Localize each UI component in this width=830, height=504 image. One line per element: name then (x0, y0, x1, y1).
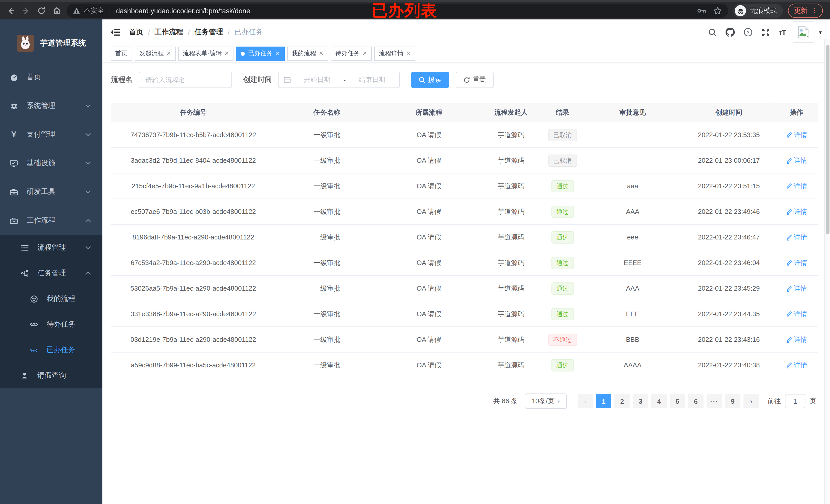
reload-icon[interactable] (37, 6, 46, 15)
cell-process: OA 请假 (378, 250, 479, 275)
cell-created: 2022-01-23 00:06:17 (683, 148, 775, 173)
detail-link[interactable]: 详情 (786, 233, 807, 242)
reset-button[interactable]: 重置 (456, 72, 493, 88)
tab-home[interactable]: 首页 (110, 46, 132, 61)
fullscreen-icon[interactable] (761, 28, 770, 37)
search-button[interactable]: 搜索 (411, 72, 449, 88)
search-icon[interactable] (708, 28, 717, 37)
chevron-up-icon (85, 271, 91, 275)
browser-chrome: 不安全 | dashboard.yudao.iocoder.cn/bpm/tas… (0, 0, 830, 20)
app-title: 芋道管理系统 (40, 38, 86, 48)
close-icon[interactable]: ✕ (319, 50, 323, 57)
goto-page-input[interactable] (785, 394, 805, 408)
detail-link[interactable]: 详情 (786, 156, 807, 165)
url-text[interactable]: dashboard.yudao.iocoder.cn/bpm/task/done (116, 7, 250, 14)
browser-update-menu-button[interactable]: 更新 ⋮ (788, 4, 823, 18)
sidebar-item-system[interactable]: 系统管理 (0, 92, 102, 120)
page-button-6[interactable]: 6 (688, 394, 704, 408)
window-scrollbar[interactable] (824, 39, 830, 504)
sidebar-item-devtools[interactable]: 研发工具 (0, 177, 102, 206)
tab-form-edit[interactable]: 流程表单-编辑✕ (178, 46, 233, 61)
detail-link[interactable]: 详情 (786, 284, 807, 293)
sidebar-item-infra[interactable]: 基础设施 (0, 149, 102, 177)
cell-created: 2022-01-22 23:45:29 (683, 276, 775, 301)
github-icon[interactable] (726, 28, 735, 37)
sidebar-item-payment[interactable]: ￥ 支付管理 (0, 120, 102, 149)
sidebar-item-leave-query[interactable]: 请假查询 (0, 363, 102, 389)
breadcrumb-task-mgmt[interactable]: 任务管理 (195, 28, 223, 37)
page-button-9[interactable]: 9 (725, 394, 740, 408)
sidebar-item-label: 任务管理 (37, 269, 66, 278)
cell-comment: AAA (582, 276, 683, 301)
sidebar-item-process-mgmt[interactable]: 流程管理 (0, 235, 102, 261)
page-button-2[interactable]: 2 (614, 394, 630, 408)
bookmark-star-icon[interactable] (713, 6, 722, 15)
chevron-down-icon (85, 104, 91, 108)
sidebar-item-done-tasks[interactable]: 已办任务 (0, 337, 102, 363)
help-icon[interactable]: ? (743, 28, 753, 37)
process-name-label: 流程名 (111, 75, 133, 85)
cell-process: OA 请假 (378, 122, 479, 147)
edit-icon (786, 234, 792, 240)
tab-todo-tasks[interactable]: 待办任务✕ (331, 46, 372, 61)
table-row: 3adac3d2-7b9d-11ec-8404-acde48001122 一级审… (111, 148, 818, 173)
table-row: 331e3388-7b9a-11ec-a290-acde48001122 一级审… (111, 301, 818, 327)
col-header-result: 结果 (543, 103, 582, 122)
back-icon[interactable] (6, 6, 15, 15)
browser-menu-dots-icon: ⋮ (811, 8, 818, 13)
chevron-down-icon (85, 190, 91, 194)
breadcrumb-workflow[interactable]: 工作流程 (155, 28, 183, 37)
sidebar-item-todo-tasks[interactable]: 待办任务 (0, 312, 102, 337)
tab-done-tasks[interactable]: 已办任务✕ (236, 46, 284, 61)
chevron-up-icon (85, 219, 91, 223)
font-size-icon[interactable]: ᴛT (779, 28, 786, 36)
detail-link-label: 详情 (794, 335, 807, 344)
hamburger-icon[interactable] (110, 28, 121, 37)
detail-link[interactable]: 详情 (786, 130, 807, 139)
detail-link[interactable]: 详情 (786, 309, 807, 318)
detail-link-label: 详情 (794, 207, 807, 216)
tab-my-process[interactable]: 我的流程✕ (287, 46, 328, 61)
app-logo-row[interactable]: 芋道管理系统 (0, 20, 102, 63)
page-button-1[interactable]: 1 (596, 394, 611, 408)
sidebar-item-home[interactable]: 首页 (0, 63, 102, 92)
page-button-5[interactable]: 5 (670, 394, 685, 408)
create-time-label: 创建时间 (243, 75, 272, 85)
detail-link[interactable]: 详情 (786, 258, 807, 267)
application-window: 不安全 | dashboard.yudao.iocoder.cn/bpm/tas… (0, 0, 830, 504)
detail-link[interactable]: 详情 (786, 207, 807, 216)
page-button-4[interactable]: 4 (651, 394, 667, 408)
date-range-picker[interactable]: 开始日期 - 结束日期 (278, 72, 400, 88)
home-icon[interactable] (52, 6, 61, 15)
scrollbar-thumb[interactable] (826, 45, 829, 234)
prev-page-button[interactable]: ‹ (578, 394, 593, 408)
more-pages-button[interactable]: ··· (707, 394, 722, 408)
close-icon[interactable]: ✕ (275, 50, 280, 57)
process-name-input[interactable] (139, 72, 232, 88)
close-icon[interactable]: ✕ (166, 50, 171, 57)
cell-process: OA 请假 (378, 199, 479, 224)
tab-start-process[interactable]: 发起流程✕ (135, 46, 175, 61)
breadcrumb-home[interactable]: 首页 (129, 28, 143, 37)
detail-link[interactable]: 详情 (786, 361, 807, 370)
tab-process-detail[interactable]: 流程详情✕ (374, 46, 415, 61)
sidebar-item-task-mgmt[interactable]: 任务管理 (0, 261, 102, 286)
avatar[interactable] (793, 22, 815, 43)
caret-down-icon[interactable]: ▾ (819, 29, 822, 36)
sidebar-item-workflow[interactable]: 工作流程 (0, 206, 102, 235)
result-badge: 已取消 (548, 129, 577, 141)
close-icon[interactable]: ✕ (362, 50, 367, 57)
detail-link[interactable]: 详情 (786, 181, 807, 191)
detail-link[interactable]: 详情 (786, 335, 807, 344)
cell-process: OA 请假 (378, 301, 479, 327)
search-icon (419, 76, 425, 83)
next-page-button[interactable]: › (743, 394, 759, 408)
close-icon[interactable]: ✕ (224, 50, 229, 57)
close-icon[interactable]: ✕ (406, 50, 411, 57)
sidebar-item-my-process[interactable]: 我的流程 (0, 286, 102, 312)
forward-icon[interactable] (22, 6, 31, 15)
key-icon[interactable] (697, 7, 707, 14)
page-button-3[interactable]: 3 (633, 394, 648, 408)
cell-process: OA 请假 (378, 352, 479, 378)
page-size-select[interactable]: 10条/页 ▾ (525, 394, 567, 409)
